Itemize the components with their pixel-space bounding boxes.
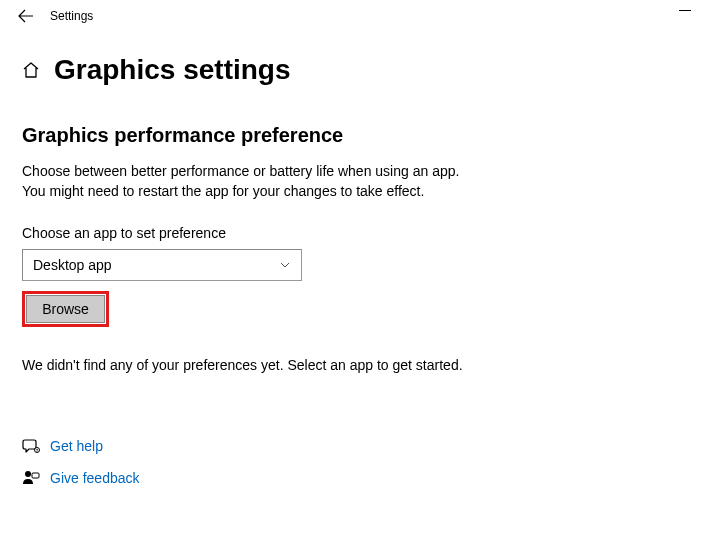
back-button[interactable]	[6, 0, 46, 32]
browse-button-label: Browse	[42, 301, 89, 317]
app-type-label: Choose an app to set preference	[22, 225, 705, 241]
browse-highlight: Browse	[22, 291, 109, 327]
app-type-select[interactable]: Desktop app	[22, 249, 302, 281]
page-title: Graphics settings	[54, 54, 291, 86]
feedback-icon	[22, 469, 50, 487]
chevron-down-icon	[279, 259, 291, 271]
description-line-2: You might need to restart the app for yo…	[22, 183, 424, 199]
browse-button[interactable]: Browse	[26, 295, 105, 323]
titlebar: Settings	[0, 0, 705, 32]
empty-message: We didn't find any of your preferences y…	[22, 357, 705, 373]
description-line-1: Choose between better performance or bat…	[22, 163, 459, 179]
give-feedback-row: Give feedback	[22, 469, 705, 487]
give-feedback-link[interactable]: Give feedback	[50, 470, 140, 486]
window-title: Settings	[50, 9, 93, 23]
select-value: Desktop app	[33, 257, 112, 273]
back-arrow-icon	[18, 8, 34, 24]
get-help-link[interactable]: Get help	[50, 438, 103, 454]
section-description: Choose between better performance or bat…	[22, 161, 705, 201]
help-icon: ?	[22, 437, 50, 455]
section-title: Graphics performance preference	[22, 124, 705, 147]
svg-rect-3	[32, 473, 39, 478]
main-content: Graphics performance preference Choose b…	[0, 86, 705, 487]
page-header: Graphics settings	[0, 32, 705, 86]
home-icon[interactable]	[22, 61, 40, 79]
get-help-row: ? Get help	[22, 437, 705, 455]
svg-point-2	[25, 471, 31, 477]
minimize-button[interactable]	[679, 10, 691, 11]
